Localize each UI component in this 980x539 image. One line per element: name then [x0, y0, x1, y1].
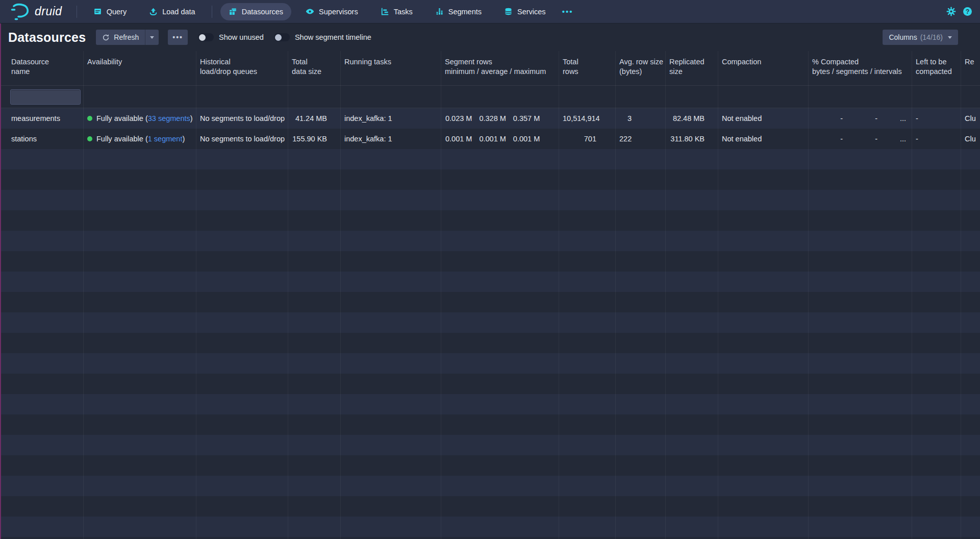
top-navbar: druid Query Load data	[0, 0, 980, 23]
replicated-size-cell: 311.80 KB	[665, 135, 718, 143]
nav-tab-supervisors[interactable]: Supervisors	[297, 3, 366, 20]
column-header-datasource-name[interactable]: Datasourcename	[0, 51, 83, 85]
availability-text: Fully available (	[96, 114, 148, 122]
nav-more-button[interactable]: •••	[557, 7, 579, 16]
nav-divider	[77, 6, 77, 18]
empty-table-rows	[0, 149, 980, 539]
settings-button[interactable]	[946, 7, 956, 16]
nav-tab-label: Datasources	[242, 8, 283, 16]
column-divider	[615, 51, 616, 539]
column-header-availability[interactable]: Availability	[83, 51, 196, 85]
pct-compacted-cell: --...	[808, 114, 912, 122]
nav-tab-label: Services	[517, 8, 546, 16]
eye-icon	[306, 7, 314, 16]
column-header-avg-row-size[interactable]: Avg. row size(bytes)	[615, 51, 665, 85]
datasources-table: Datasourcename Availability Historicallo…	[0, 51, 980, 539]
segments-link[interactable]: 33 segments	[148, 114, 190, 122]
nav-tab-load-data[interactable]: Load data	[141, 3, 204, 20]
load-drop-cell: No segments to load/drop	[196, 135, 288, 143]
toggle-track	[274, 33, 290, 41]
column-divider	[288, 51, 288, 539]
left-to-be-compacted-cell: -	[912, 135, 961, 143]
page-title: Datasources	[8, 30, 86, 45]
table-row[interactable]: measurements Fully available (33 segment…	[0, 108, 980, 129]
gear-icon	[946, 7, 956, 16]
database-icon	[504, 7, 513, 16]
toggle-knob	[275, 34, 282, 41]
nav-tab-query[interactable]: Query	[85, 3, 135, 20]
nav-tab-label: Load data	[162, 8, 195, 16]
column-divider	[808, 51, 809, 539]
help-button[interactable]: ?	[963, 7, 972, 16]
show-segment-timeline-toggle[interactable]: Show segment timeline	[274, 33, 371, 41]
show-unused-toggle[interactable]: Show unused	[198, 33, 264, 41]
column-header-total-rows[interactable]: Totalrows	[559, 51, 615, 85]
avg-row-size-cell: 222	[615, 135, 665, 143]
nav-tab-label: Tasks	[394, 8, 413, 16]
columns-label: Columns	[889, 33, 917, 41]
nav-tab-services[interactable]: Services	[496, 3, 554, 20]
column-divider	[718, 51, 718, 539]
column-divider	[961, 51, 961, 539]
refresh-button[interactable]: Refresh	[96, 30, 145, 45]
more-actions-button[interactable]: •••	[168, 30, 188, 45]
nav-tab-datasources[interactable]: Datasources	[220, 3, 291, 20]
column-header-pct-compacted[interactable]: % Compactedbytes / segments / intervals	[808, 51, 912, 85]
cloud-upload-icon	[149, 7, 158, 16]
datasources-icon	[229, 7, 237, 16]
druid-logo-icon	[10, 3, 31, 20]
nav-tab-tasks[interactable]: Tasks	[372, 3, 421, 20]
datasource-name-cell: measurements	[0, 114, 83, 122]
column-divider	[665, 51, 666, 539]
gantt-icon	[381, 7, 389, 16]
availability-text: Fully available (	[96, 135, 148, 143]
column-header-total-data-size[interactable]: Totaldata size	[288, 51, 340, 85]
compaction-cell: Not enabled	[718, 114, 808, 122]
show-unused-label: Show unused	[219, 33, 264, 41]
table-filter-row	[0, 86, 980, 108]
chevron-down-icon	[948, 36, 952, 39]
window-accent-edge	[0, 23, 1, 539]
refresh-button-group: Refresh	[96, 30, 159, 45]
segments-link[interactable]: 1 segment	[148, 135, 183, 143]
column-header-replicated-size[interactable]: Replicatedsize	[665, 51, 718, 85]
datasource-name-filter-input[interactable]	[10, 89, 81, 105]
column-header-running-tasks[interactable]: Running tasks	[340, 51, 441, 85]
refresh-interval-dropdown[interactable]	[145, 30, 159, 45]
help-icon: ?	[966, 8, 970, 15]
total-data-size-cell: 155.90 KB	[288, 135, 340, 143]
column-divider	[441, 51, 441, 539]
column-header-segment-rows[interactable]: Segment rowsminimum / average / maximum	[441, 51, 559, 85]
nav-tab-label: Supervisors	[319, 8, 358, 16]
avg-row-size-cell: 3	[615, 114, 665, 122]
query-icon	[93, 7, 102, 16]
column-header-left-to-be-compacted[interactable]: Left to becompacted	[912, 51, 961, 85]
available-status-icon	[87, 116, 92, 121]
column-divider	[912, 51, 912, 539]
column-header-historical-queues[interactable]: Historicalload/drop queues	[196, 51, 288, 85]
datasources-toolbar: Datasources Refresh ••• Show unused Show…	[0, 23, 980, 51]
available-status-icon	[87, 136, 92, 141]
column-divider	[196, 51, 196, 539]
more-ellipsis-icon: •••	[172, 33, 183, 41]
druid-logo[interactable]: druid	[0, 3, 71, 20]
total-rows-cell: 701	[559, 135, 615, 143]
availability-text: )	[182, 135, 185, 143]
column-header-retention[interactable]: Re	[961, 51, 980, 85]
logo-text: druid	[35, 5, 62, 18]
retention-cell: Clu	[961, 114, 980, 122]
columns-count: (14/16)	[920, 33, 943, 41]
running-tasks-cell: index_kafka: 1	[340, 114, 441, 122]
total-rows-cell: 10,514,914	[559, 114, 615, 122]
table-header-row: Datasourcename Availability Historicallo…	[0, 51, 980, 86]
column-header-compaction[interactable]: Compaction	[718, 51, 808, 85]
segment-rows-cell: 0.023 M0.328 M0.357 M	[441, 114, 559, 122]
refresh-label: Refresh	[114, 33, 139, 41]
column-divider	[340, 51, 341, 539]
nav-tab-segments[interactable]: Segments	[427, 3, 490, 20]
load-drop-cell: No segments to load/drop	[196, 114, 288, 122]
columns-button[interactable]: Columns (14/16)	[883, 30, 958, 45]
availability-text: )	[190, 114, 193, 122]
toggle-knob	[199, 34, 206, 41]
table-row[interactable]: stations Fully available (1 segment) No …	[0, 129, 980, 149]
